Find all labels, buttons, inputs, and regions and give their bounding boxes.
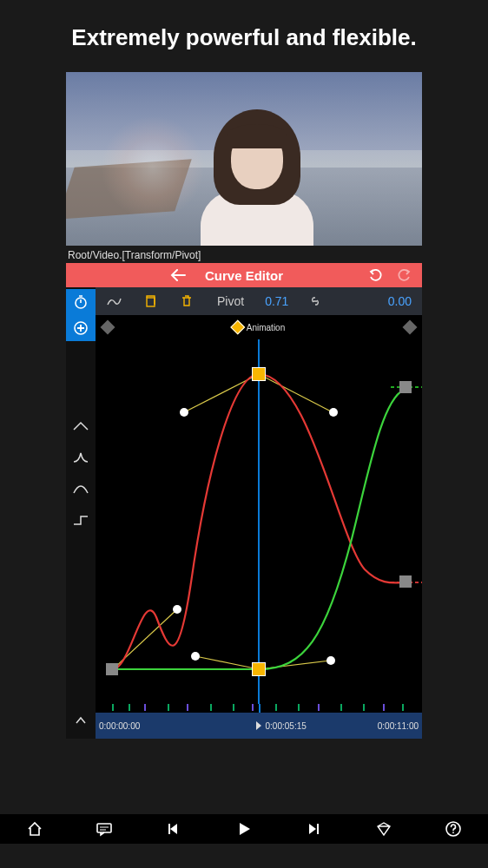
timecode-current: 0:00:05:15: [266, 721, 307, 731]
keyframe-label: Animation: [247, 323, 285, 332]
breadcrumb: Root/Video.[Transform/Pivot]: [66, 246, 422, 263]
graph-icon: [106, 295, 122, 307]
copy-icon: [143, 294, 157, 308]
bezier-handle[interactable]: [329, 408, 338, 417]
comment-icon: [96, 821, 113, 837]
curve-type-arc[interactable]: [66, 473, 96, 504]
keyframe-handle[interactable]: [106, 663, 118, 675]
graph-mode-button[interactable]: [96, 287, 132, 315]
keyframe-marker-active[interactable]: [230, 320, 245, 335]
property-name: Pivot: [205, 287, 256, 315]
bezier-handle[interactable]: [173, 605, 181, 614]
curve-editor-titlebar: Curve Editor: [66, 263, 422, 287]
help-icon: [445, 820, 462, 838]
editor-title: Curve Editor: [205, 268, 283, 283]
comment-button[interactable]: [87, 814, 122, 844]
keyframe-marker[interactable]: [101, 320, 115, 335]
step-forward-button[interactable]: [296, 814, 331, 844]
timecode-end: 0:00:11:00: [378, 721, 419, 731]
step-forward-icon: [306, 822, 321, 836]
svg-rect-12: [317, 824, 319, 834]
timeline-ruler: [96, 704, 422, 713]
spike-icon: [72, 451, 89, 464]
bottom-bar: [0, 814, 488, 844]
home-button[interactable]: [17, 814, 52, 844]
home-icon: [26, 821, 43, 837]
caret-up-icon: [72, 421, 89, 431]
svg-rect-11: [168, 824, 170, 834]
left-rail: [66, 287, 96, 739]
step-back-button[interactable]: [157, 814, 192, 844]
property-value-2[interactable]: 0.00: [376, 287, 419, 315]
link-icon: [308, 294, 322, 308]
property-value-1[interactable]: 0.71: [256, 287, 297, 315]
premium-button[interactable]: [366, 814, 401, 844]
playhead-indicator: [256, 721, 261, 730]
property-toolbar: Pivot 0.71 0.00: [96, 287, 422, 315]
timeline[interactable]: 0:00:00:00 0:00:05:15 0:00:11:00: [96, 704, 422, 739]
back-button[interactable]: [170, 269, 186, 281]
curve-type-step[interactable]: [66, 504, 96, 536]
timeline-expand-button[interactable]: [75, 716, 87, 725]
link-values-button[interactable]: [297, 287, 333, 315]
timer-icon: [73, 294, 89, 310]
video-preview[interactable]: [66, 72, 422, 246]
add-keyframe-button[interactable]: [66, 315, 96, 341]
playhead[interactable]: [258, 339, 260, 704]
bezier-handle[interactable]: [180, 408, 188, 417]
bezier-handle[interactable]: [326, 656, 335, 665]
keyframe-marker[interactable]: [403, 320, 418, 335]
trash-icon: [180, 294, 194, 308]
delete-button[interactable]: [168, 287, 205, 315]
step-back-icon: [167, 822, 182, 836]
plus-icon: [73, 320, 89, 336]
keyframe-handle[interactable]: [399, 381, 412, 393]
svg-rect-10: [97, 824, 111, 832]
keyframe-handle-active[interactable]: [252, 367, 266, 381]
svg-rect-2: [147, 298, 155, 306]
play-button[interactable]: [227, 814, 261, 844]
redo-button[interactable]: [396, 269, 412, 281]
svg-line-6: [195, 656, 259, 669]
help-button[interactable]: [436, 814, 471, 844]
headline: Extremely powerful and flexible.: [0, 0, 488, 72]
curve-type-linear[interactable]: [66, 411, 96, 442]
arc-icon: [72, 483, 89, 495]
curve-type-spike[interactable]: [66, 442, 96, 473]
keyframe-handle[interactable]: [399, 575, 412, 588]
step-icon: [72, 514, 89, 526]
curve-graph[interactable]: [96, 339, 422, 704]
keyframe-handle-active[interactable]: [252, 662, 266, 676]
play-icon: [235, 820, 253, 838]
premium-icon: [375, 822, 392, 836]
bezier-handle[interactable]: [191, 652, 200, 661]
keyframe-track[interactable]: Animation: [96, 315, 422, 339]
app-frame: Root/Video.[Transform/Pivot] Curve Edito…: [66, 72, 422, 739]
copy-button[interactable]: [132, 287, 168, 315]
undo-button[interactable]: [368, 269, 384, 281]
timer-tab[interactable]: [66, 289, 96, 315]
timecode-start: 0:00:00:00: [99, 721, 140, 731]
